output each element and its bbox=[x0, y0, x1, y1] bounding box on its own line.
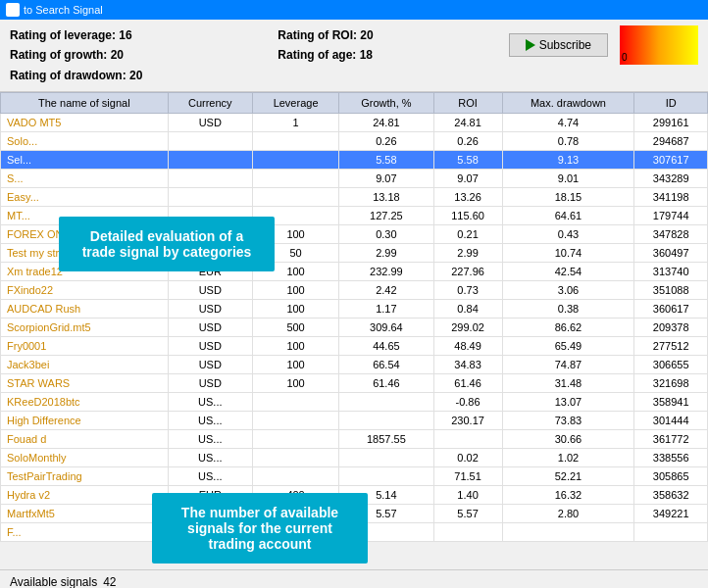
signal-id-cell: 338556 bbox=[634, 449, 708, 467]
signal-drawdown-cell: 9.01 bbox=[502, 170, 634, 188]
signal-id-cell: 301444 bbox=[634, 412, 708, 430]
table-row[interactable]: Fry0001USD10044.6548.4965.49277512 bbox=[1, 337, 708, 356]
signal-id-cell: 351088 bbox=[634, 281, 708, 300]
table-row[interactable]: KReeD2018btcUS...-0.8613.07358941 bbox=[1, 393, 708, 412]
table-row[interactable]: ScorpionGrid.mt5USD500309.64299.0286.622… bbox=[1, 318, 708, 337]
table-row[interactable]: VADO MT5USD124.8124.814.74299161 bbox=[1, 114, 708, 132]
signal-drawdown-cell: 9.13 bbox=[502, 151, 634, 170]
signal-growth-cell bbox=[339, 467, 433, 486]
signal-leverage-cell bbox=[252, 132, 338, 151]
signal-id-cell: 305865 bbox=[634, 467, 708, 486]
signal-growth-cell: 9.07 bbox=[339, 170, 433, 188]
signal-leverage-cell: 100 bbox=[252, 300, 338, 318]
signal-currency-cell: USD bbox=[168, 281, 252, 300]
table-row[interactable]: STAR WARSUSD10061.4661.4631.48321698 bbox=[1, 374, 708, 393]
signal-roi-cell: 5.58 bbox=[433, 151, 502, 170]
available-signals-label: Available signals bbox=[10, 575, 97, 588]
signal-drawdown-cell: 42.54 bbox=[502, 263, 634, 281]
table-row[interactable]: High DifferenceUS...230.1773.83301444 bbox=[1, 412, 708, 430]
signal-roi-cell: 9.07 bbox=[433, 170, 502, 188]
signal-currency-cell bbox=[168, 170, 252, 188]
signal-id-cell: 294687 bbox=[634, 132, 708, 151]
signal-id-cell: 347828 bbox=[634, 225, 708, 244]
signal-roi-cell: 299.02 bbox=[433, 318, 502, 337]
subscribe-label: Subscribe bbox=[539, 38, 591, 52]
header: Rating of leverage: 16 Rating of growth:… bbox=[0, 20, 708, 91]
signal-currency-cell bbox=[168, 188, 252, 207]
signal-name-cell: TestPairTrading bbox=[1, 467, 169, 486]
table-row[interactable]: TestPairTradingUS...71.5152.21305865 bbox=[1, 467, 708, 486]
signal-id-cell: 321698 bbox=[634, 374, 708, 393]
table-row[interactable]: FXindo22USD1002.420.733.06351088 bbox=[1, 281, 708, 300]
signal-leverage-cell bbox=[252, 393, 338, 412]
signal-id-cell: 360497 bbox=[634, 244, 708, 263]
signal-currency-cell: USD bbox=[168, 300, 252, 318]
table-row[interactable]: Fouad dUS...1857.5530.66361772 bbox=[1, 430, 708, 449]
rating-drawdown: Rating of drawdown: 20 bbox=[10, 66, 142, 85]
play-icon bbox=[526, 39, 535, 51]
signal-drawdown-cell: 52.21 bbox=[502, 467, 634, 486]
signal-currency-cell: US... bbox=[168, 393, 252, 412]
signal-growth-cell: 44.65 bbox=[339, 337, 433, 356]
signal-roi-cell: 0.21 bbox=[433, 225, 502, 244]
col-id: ID bbox=[634, 93, 708, 114]
signal-name-cell: F... bbox=[1, 523, 169, 542]
signal-roi-cell: 0.73 bbox=[433, 281, 502, 300]
signal-id-cell: 343289 bbox=[634, 170, 708, 188]
signal-drawdown-cell: 0.78 bbox=[502, 132, 634, 151]
table-row[interactable]: Sel...5.585.589.13307617 bbox=[1, 151, 708, 170]
signal-growth-cell: 2.42 bbox=[339, 281, 433, 300]
signal-id-cell: 277512 bbox=[634, 337, 708, 356]
signal-currency-cell: USD bbox=[168, 374, 252, 393]
signal-growth-cell: 1.17 bbox=[339, 300, 433, 318]
header-ratings: Rating of leverage: 16 Rating of growth:… bbox=[10, 25, 142, 85]
signal-roi-cell: 2.99 bbox=[433, 244, 502, 263]
signal-leverage-cell bbox=[252, 467, 338, 486]
col-name: The name of signal bbox=[1, 93, 169, 114]
signal-name-cell: Jack3bei bbox=[1, 356, 169, 374]
table-row[interactable]: Jack3beiUSD10066.5434.8374.87306655 bbox=[1, 356, 708, 374]
signal-growth-cell: 309.64 bbox=[339, 318, 433, 337]
signal-roi-cell: 115.60 bbox=[433, 207, 502, 225]
header-ratings-right: Rating of ROI: 20 Rating of age: 18 bbox=[278, 25, 373, 66]
header-actions: Subscribe 0 bbox=[509, 25, 698, 65]
signal-id-cell: 358941 bbox=[634, 393, 708, 412]
signal-roi-cell: 227.96 bbox=[433, 263, 502, 281]
signal-drawdown-cell: 73.83 bbox=[502, 412, 634, 430]
table-row[interactable]: Solo...0.260.260.78294687 bbox=[1, 132, 708, 151]
signal-growth-cell: 2.99 bbox=[339, 244, 433, 263]
signal-name-cell: FXindo22 bbox=[1, 281, 169, 300]
col-currency: Currency bbox=[168, 93, 252, 114]
rating-roi: Rating of ROI: 20 bbox=[278, 25, 373, 45]
signal-roi-cell: 48.49 bbox=[433, 337, 502, 356]
signal-growth-cell: 0.30 bbox=[339, 225, 433, 244]
signal-drawdown-cell: 3.06 bbox=[502, 281, 634, 300]
table-row[interactable]: S...9.079.079.01343289 bbox=[1, 170, 708, 188]
signal-drawdown-cell: 10.74 bbox=[502, 244, 634, 263]
footer: Available signals 42 bbox=[0, 569, 708, 588]
title-bar: to Search Signal bbox=[0, 0, 708, 20]
signal-name-cell: SoloMonthly bbox=[1, 449, 169, 467]
signal-roi-cell bbox=[433, 523, 502, 542]
signal-id-cell: 307617 bbox=[634, 151, 708, 170]
signal-growth-cell: 232.99 bbox=[339, 263, 433, 281]
table-row[interactable]: AUDCAD RushUSD1001.170.840.38360617 bbox=[1, 300, 708, 318]
signal-name-cell: VADO MT5 bbox=[1, 114, 169, 132]
table-row[interactable]: SoloMonthlyUS...0.021.02338556 bbox=[1, 449, 708, 467]
signal-roi-cell: 24.81 bbox=[433, 114, 502, 132]
signal-growth-cell bbox=[339, 412, 433, 430]
signal-drawdown-cell bbox=[502, 523, 634, 542]
tooltip-categories: Detailed evaluation of a trade signal by… bbox=[59, 217, 275, 271]
signal-id-cell: 360617 bbox=[634, 300, 708, 318]
signal-roi-cell: 1.40 bbox=[433, 486, 502, 505]
signal-id-cell: 299161 bbox=[634, 114, 708, 132]
signals-table: The name of signal Currency Leverage Gro… bbox=[0, 92, 708, 542]
table-row[interactable]: Easy...13.1813.2618.15341198 bbox=[1, 188, 708, 207]
signal-leverage-cell bbox=[252, 430, 338, 449]
signal-drawdown-cell: 16.32 bbox=[502, 486, 634, 505]
col-roi: ROI bbox=[433, 93, 502, 114]
subscribe-button[interactable]: Subscribe bbox=[509, 33, 608, 57]
signal-growth-cell: 5.58 bbox=[339, 151, 433, 170]
signal-id-cell: 358632 bbox=[634, 486, 708, 505]
signal-roi-cell bbox=[433, 430, 502, 449]
